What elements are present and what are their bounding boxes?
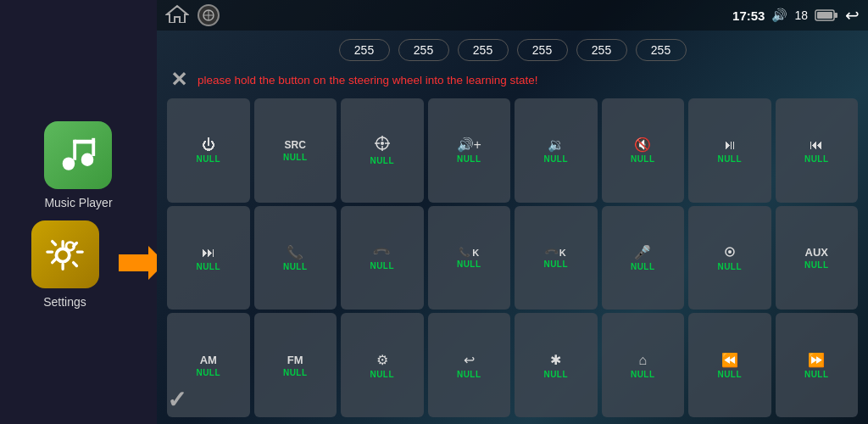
am-icon: AM [200,354,217,366]
ctrl-rew[interactable]: ⏪ NULL [688,313,771,417]
home-svg [165,4,189,23]
ctrl-gear[interactable]: ⚙ NULL [341,313,424,417]
svg-point-22 [728,250,732,254]
pill-3[interactable]: 255 [517,39,568,61]
ctrl-camera[interactable]: NULL [688,206,771,310]
x-button[interactable]: ✕ [170,70,187,90]
check-button[interactable]: ✓ [167,386,186,414]
ctrl-power-label: NULL [196,154,220,164]
vol-down-icon: 🔉 [548,137,565,153]
ctrl-call-label: NULL [283,262,308,271]
mic-icon: 🎤 [634,244,651,260]
ctrl-mute[interactable]: 🔇 NULL [602,98,685,203]
ctrl-ff[interactable]: ⏩ NULL [776,313,859,417]
ctrl-fm-label: NULL [283,368,308,377]
back-ctrl-icon: ↩ [464,352,475,368]
pill-5[interactable]: 255 [636,39,687,61]
ctrl-play-pause-label: NULL [717,154,742,164]
topbar-left [165,4,220,26]
ctrl-vol-up[interactable]: 🔊+ NULL [428,98,511,203]
gps-icon [375,136,390,154]
ctrl-gps[interactable]: NULL [341,98,424,203]
camera-svg [722,244,737,258]
ctrl-power[interactable]: ⏻ NULL [167,98,250,203]
ctrl-hang-label: NULL [370,261,394,271]
instruction-text: please hold the button on the steering w… [198,74,538,86]
gps-svg [375,136,390,151]
check-icon: ✓ [167,387,186,413]
ctrl-call[interactable]: 📞 NULL [254,206,337,310]
ctrl-hang-k[interactable]: 📞K NULL [515,206,598,310]
nav-svg [202,8,215,22]
ctrl-gps-label: NULL [370,156,394,165]
ctrl-mute-label: NULL [631,154,655,164]
sidebar-item-settings[interactable]: Settings [31,220,99,309]
ctrl-ff-label: NULL [804,370,829,379]
pill-0[interactable]: 255 [339,39,390,61]
prev-icon: ⏮ [810,137,823,153]
ctrl-rew-label: NULL [717,370,742,379]
volume-icon: 🔊 [771,8,787,23]
control-row-3: AM NULL FM NULL ⚙ NULL ↩ NULL ✱ NULL ⌂ N… [167,313,858,417]
settings-label: Settings [43,295,86,309]
sidebar: Music Player Settings [0,0,157,424]
ctrl-play-pause[interactable]: ⏯ NULL [688,98,771,203]
music-svg [58,135,98,176]
ctrl-src[interactable]: SRC NULL [254,98,337,203]
ctrl-vol-down[interactable]: 🔉 NULL [515,98,598,203]
call-icon: 📞 [287,244,303,260]
control-row-1: ⏻ NULL SRC NULL NULL [167,98,858,203]
pills-row: 255 255 255 255 255 255 [157,31,868,66]
sidebar-item-music[interactable]: Music Player [44,121,112,209]
gear-icon: ⚙ [376,352,388,368]
ctrl-camera-label: NULL [717,262,742,271]
topbar-right: 17:53 🔊 18 ↩ [732,5,860,25]
nav-circle-icon[interactable] [198,4,220,26]
volume-level: 18 [794,8,808,22]
bt-icon: ✱ [550,352,561,368]
svg-marker-8 [167,6,187,23]
pill-2[interactable]: 255 [458,39,509,61]
ctrl-call-k[interactable]: 📞K NULL [428,206,511,310]
ctrl-hang[interactable]: 📞 NULL [341,206,424,310]
vol-up-icon: 🔊+ [457,137,481,153]
ctrl-aux[interactable]: AUX NULL [776,206,859,310]
ctrl-vol-up-label: NULL [457,154,481,164]
ctrl-bluetooth[interactable]: ✱ NULL [515,313,598,417]
ctrl-hang-k-label: NULL [543,259,568,269]
status-time: 17:53 [732,8,765,23]
ctrl-prev[interactable]: ⏮ NULL [776,98,859,203]
topbar: 17:53 🔊 18 ↩ [157,0,868,31]
home-ctrl-icon: ⌂ [638,352,647,368]
battery-icon [815,8,838,22]
ctrl-prev-label: NULL [804,154,829,164]
ctrl-home[interactable]: ⌂ NULL [602,313,685,417]
ctrl-bt-label: NULL [543,370,568,379]
pill-4[interactable]: 255 [576,39,627,61]
power-icon: ⏻ [202,137,215,153]
ctrl-gear-label: NULL [370,370,394,379]
next-icon: ⏭ [202,244,215,260]
music-player-icon [44,121,112,189]
ctrl-vol-down-label: NULL [543,154,568,164]
ff-icon: ⏩ [808,352,825,368]
ctrl-fm[interactable]: FM NULL [254,313,337,417]
pill-1[interactable]: 255 [398,39,449,61]
ctrl-next[interactable]: ⏭ NULL [167,206,250,310]
settings-section: Settings [0,226,157,303]
svg-rect-4 [74,140,96,144]
svg-rect-1 [81,153,93,166]
svg-rect-14 [817,12,832,19]
main-panel: 17:53 🔊 18 ↩ 255 255 255 255 255 255 ✕ p… [157,0,868,424]
back-icon[interactable]: ↩ [845,5,860,25]
ctrl-mic[interactable]: 🎤 NULL [602,206,685,310]
camera-icon [722,244,737,261]
settings-svg [45,234,86,275]
home-icon[interactable] [165,4,189,26]
instruction-row: ✕ please hold the button on the steering… [157,66,868,95]
call-k-icon: 📞K [459,247,479,258]
mute-icon: 🔇 [634,137,651,153]
ctrl-src-label: NULL [283,153,308,162]
ctrl-back[interactable]: ↩ NULL [428,313,511,417]
ctrl-mic-label: NULL [631,262,655,271]
